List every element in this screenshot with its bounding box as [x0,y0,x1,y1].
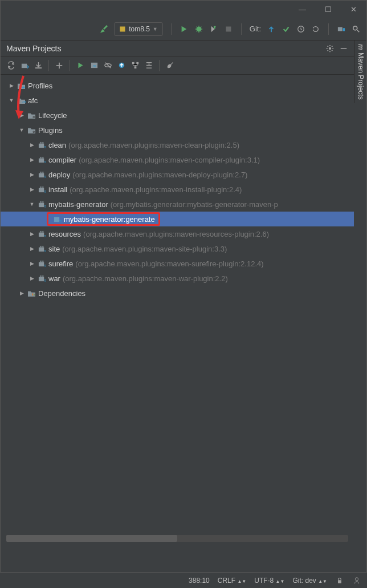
svg-rect-49 [42,245,43,247]
tree-node-plugin[interactable]: ▶ m surefire (org.apache.maven.plugins:m… [1,256,354,271]
collapse-icon[interactable] [144,61,153,70]
svg-point-62 [355,577,358,580]
run-config-select[interactable]: tom8.5 ▼ [114,22,163,36]
tree-node-lifecycle[interactable]: ▶ Lifecycle [1,108,354,123]
run-icon[interactable] [180,25,189,34]
encoding[interactable]: UTF-8 ▲▼ [254,577,284,585]
expand-arrow-icon[interactable]: ▶ [29,261,35,266]
expand-arrow-icon[interactable]: ▶ [29,142,35,148]
expand-arrow-icon[interactable]: ▶ [29,186,35,192]
expand-arrow-icon[interactable]: ▶ [19,290,25,296]
expand-arrow-icon[interactable]: ▶ [29,172,35,177]
minimize-button[interactable]: — [289,1,315,18]
git-update-icon[interactable] [267,25,276,34]
svg-text:m: m [44,249,46,253]
folder-gear-icon [26,127,36,134]
collapse-arrow-icon[interactable]: ▼ [19,127,25,133]
expand-arrow-icon[interactable]: ▼ [29,201,35,207]
svg-rect-51 [38,262,43,266]
debug-icon[interactable] [194,25,203,34]
window-titlebar: — ☐ ✕ [1,1,366,18]
expand-arrow-icon[interactable]: ▶ [9,83,14,88]
folder-icon [16,82,26,90]
revert-icon[interactable] [311,25,320,34]
build-icon[interactable] [99,25,108,34]
open-project-icon[interactable] [337,25,346,34]
side-tab-maven[interactable]: m Maven Projects [354,40,366,103]
inspector-icon[interactable] [352,576,361,585]
tree-node-profiles[interactable]: ▶ Profiles [1,78,354,93]
tree-node-plugin[interactable]: ▶ m deploy (org.apache.maven.plugins:mav… [1,167,354,182]
hide-icon[interactable] [339,44,348,53]
svg-rect-25 [38,158,43,162]
tree-node-plugin[interactable]: ▶ m compiler (org.apache.maven.plugins:m… [1,152,354,167]
svg-rect-55 [38,277,43,281]
project-tree[interactable]: ▶ Profiles ▼ m afc ▶ Lifecycle ▼ Plugins… [1,75,354,301]
svg-rect-15 [136,62,138,64]
lock-icon[interactable] [335,576,344,585]
svg-text:m: m [22,99,26,104]
svg-rect-16 [134,66,136,68]
annotation-highlight: m mybatis-generator:generate [47,212,160,226]
execute-goal-icon[interactable]: m [89,61,99,70]
line-ending[interactable]: CRLF ▲▼ [218,577,247,585]
cursor-position[interactable]: 388:10 [189,577,210,585]
tree-node-dependencies[interactable]: ▶ Dependencies [1,286,354,301]
tree-node-goal[interactable]: m mybatis-generator:generate [1,212,354,226]
svg-text:m: m [44,204,46,208]
plugin-icon: m [36,230,47,238]
toggle-offline-icon[interactable] [103,61,112,70]
svg-rect-10 [35,67,41,68]
svg-point-6 [353,26,357,30]
settings-icon[interactable] [165,61,174,70]
horizontal-scrollbar[interactable] [6,535,348,542]
svg-rect-27 [42,156,43,158]
git-branch[interactable]: Git: dev ▲▼ [292,577,327,585]
tree-node-plugin[interactable]: ▶ m war (org.apache.maven.plugins:maven-… [1,271,354,286]
svg-rect-47 [38,247,43,251]
run-coverage-icon[interactable] [209,25,218,34]
add-icon[interactable] [55,61,64,70]
history-icon[interactable] [296,25,305,34]
download-icon[interactable] [34,61,43,70]
run-maven-icon[interactable] [76,61,85,70]
maven-icon: m [357,44,365,50]
reimport-icon[interactable] [6,61,15,70]
tree-node-plugins[interactable]: ▼ Plugins [1,123,354,137]
plugin-icon: m [36,186,47,193]
svg-rect-23 [42,141,43,143]
expand-arrow-icon[interactable]: ▶ [29,246,35,252]
expand-arrow-icon[interactable]: ▶ [29,231,35,237]
maximize-button[interactable]: ☐ [315,1,341,18]
plugin-icon: m [36,201,47,208]
generate-sources-icon[interactable] [20,61,29,70]
svg-rect-60 [34,294,35,295]
run-config-label: tom8.5 [129,25,150,33]
svg-rect-45 [42,230,43,232]
tree-node-plugin[interactable]: ▶ m clean (org.apache.maven.plugins:mave… [1,137,354,152]
stop-icon[interactable] [224,25,233,34]
expand-arrow-icon[interactable]: ▶ [29,157,35,163]
svg-rect-38 [40,201,41,202]
svg-rect-0 [120,26,125,31]
tree-node-project[interactable]: ▼ m afc [1,93,354,108]
svg-text:m: m [44,234,46,238]
collapse-arrow-icon[interactable]: ▼ [9,98,14,103]
svg-rect-59 [32,293,33,295]
gear-icon[interactable] [325,44,335,53]
svg-text:m: m [59,219,62,223]
folder-deps-icon [26,290,36,297]
show-deps-icon[interactable] [131,61,140,70]
expand-arrow-icon[interactable]: ▶ [29,275,35,281]
tree-node-plugin[interactable]: ▼ m mybatis-generator (org.mybatis.gener… [1,197,354,212]
expand-arrow-icon[interactable]: ▶ [19,112,25,118]
tree-node-plugin[interactable]: ▶ m resources (org.apache.maven.plugins:… [1,226,354,241]
tree-node-plugin[interactable]: ▶ m site (org.apache.maven.plugins:maven… [1,241,354,256]
toggle-skip-tests-icon[interactable] [117,61,126,70]
svg-rect-53 [42,260,43,262]
git-commit-icon[interactable] [282,25,291,34]
plugin-icon: m [36,275,47,282]
search-icon[interactable] [352,25,361,34]
close-button[interactable]: ✕ [341,1,366,18]
tree-node-plugin[interactable]: ▶ m install (org.apache.maven.plugins:ma… [1,182,354,197]
